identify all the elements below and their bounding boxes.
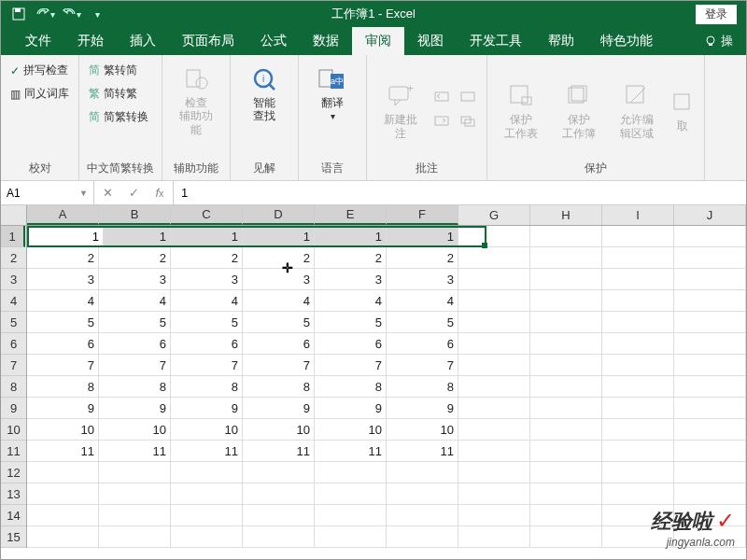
- cell[interactable]: 10: [315, 419, 387, 441]
- cell[interactable]: 3: [387, 269, 458, 290]
- tab-insert[interactable]: 插入: [117, 27, 169, 55]
- cell[interactable]: [530, 526, 602, 548]
- cell[interactable]: 11: [315, 441, 387, 462]
- cell[interactable]: 1: [99, 226, 171, 247]
- cell[interactable]: 7: [27, 355, 99, 376]
- cell-grid[interactable]: 1111112222223333334444445555556666667777…: [27, 226, 746, 560]
- cell[interactable]: 11: [27, 441, 99, 462]
- cell[interactable]: [99, 526, 171, 548]
- cell[interactable]: 11: [243, 441, 315, 462]
- cell[interactable]: [674, 376, 746, 398]
- column-header[interactable]: H: [530, 205, 602, 225]
- cell[interactable]: [602, 376, 674, 398]
- cell[interactable]: 3: [243, 269, 315, 290]
- tab-layout[interactable]: 页面布局: [169, 27, 247, 55]
- cell[interactable]: [674, 333, 746, 355]
- cell[interactable]: [530, 441, 602, 462]
- sc-to-tc-button[interactable]: 繁简转繁: [87, 84, 150, 104]
- column-header[interactable]: I: [602, 205, 674, 225]
- tab-file[interactable]: 文件: [12, 27, 64, 55]
- cell[interactable]: [315, 505, 387, 526]
- save-button[interactable]: [7, 3, 31, 25]
- cell[interactable]: [530, 269, 602, 290]
- cell[interactable]: 2: [27, 247, 99, 269]
- cell[interactable]: 9: [315, 398, 387, 419]
- tab-home[interactable]: 开始: [64, 27, 117, 55]
- cell[interactable]: [458, 333, 530, 355]
- column-header[interactable]: F: [387, 205, 458, 225]
- cell[interactable]: 4: [387, 290, 458, 312]
- cell[interactable]: [530, 462, 602, 483]
- cell[interactable]: [602, 290, 674, 312]
- cell[interactable]: 1: [387, 226, 458, 247]
- cell[interactable]: [530, 355, 602, 376]
- cell[interactable]: 2: [243, 247, 315, 269]
- tc-to-sc-button[interactable]: 简繁转简: [87, 61, 150, 80]
- cell[interactable]: [674, 247, 746, 269]
- cell[interactable]: 8: [315, 376, 387, 398]
- cell[interactable]: [458, 483, 530, 505]
- cell[interactable]: [530, 505, 602, 526]
- cell[interactable]: [674, 483, 746, 505]
- cell[interactable]: [674, 269, 746, 290]
- row-header[interactable]: 7: [1, 355, 26, 376]
- cell[interactable]: [602, 355, 674, 376]
- cell[interactable]: [458, 312, 530, 333]
- cell[interactable]: [530, 483, 602, 505]
- row-header[interactable]: 8: [1, 376, 26, 398]
- cell[interactable]: 2: [99, 247, 171, 269]
- cell[interactable]: [530, 419, 602, 441]
- cell[interactable]: [387, 526, 458, 548]
- cell[interactable]: 6: [243, 333, 315, 355]
- cell[interactable]: [530, 247, 602, 269]
- cell[interactable]: [458, 355, 530, 376]
- column-header[interactable]: C: [171, 205, 243, 225]
- row-header[interactable]: 10: [1, 419, 26, 441]
- cell[interactable]: 8: [27, 376, 99, 398]
- cell[interactable]: [602, 419, 674, 441]
- cell[interactable]: [27, 462, 99, 483]
- cell[interactable]: [602, 226, 674, 247]
- formula-input[interactable]: 1: [174, 181, 746, 204]
- smart-lookup-button[interactable]: i 智能查找: [238, 61, 290, 125]
- cell[interactable]: 6: [99, 333, 171, 355]
- cell[interactable]: [602, 269, 674, 290]
- row-header[interactable]: 1: [1, 226, 25, 247]
- cell[interactable]: [99, 483, 171, 505]
- row-header[interactable]: 15: [1, 526, 26, 548]
- cell[interactable]: 1: [171, 226, 243, 247]
- tab-help[interactable]: 帮助: [535, 27, 587, 55]
- cell[interactable]: [602, 483, 674, 505]
- tab-formula[interactable]: 公式: [247, 27, 300, 55]
- cell[interactable]: [674, 312, 746, 333]
- cell[interactable]: [387, 483, 458, 505]
- cell[interactable]: 9: [27, 398, 99, 419]
- cell[interactable]: 4: [27, 290, 99, 312]
- cell[interactable]: 9: [243, 398, 315, 419]
- row-header[interactable]: 11: [1, 441, 26, 462]
- cell[interactable]: [602, 441, 674, 462]
- cell[interactable]: [458, 247, 530, 269]
- cell[interactable]: [458, 398, 530, 419]
- cell[interactable]: 3: [315, 269, 387, 290]
- cell[interactable]: [674, 419, 746, 441]
- cell[interactable]: [243, 526, 315, 548]
- cell[interactable]: [458, 290, 530, 312]
- cell[interactable]: [27, 526, 99, 548]
- row-header[interactable]: 4: [1, 290, 26, 312]
- cell[interactable]: 5: [387, 312, 458, 333]
- row-header[interactable]: 6: [1, 333, 26, 355]
- row-header[interactable]: 5: [1, 312, 26, 333]
- cell[interactable]: 4: [99, 290, 171, 312]
- cell[interactable]: 5: [99, 312, 171, 333]
- cell[interactable]: 4: [315, 290, 387, 312]
- qat-customize-button[interactable]: ▾: [85, 3, 109, 25]
- cell[interactable]: [458, 419, 530, 441]
- tab-view[interactable]: 视图: [404, 27, 457, 55]
- column-header[interactable]: G: [458, 205, 530, 225]
- cancel-formula-button[interactable]: ✕: [94, 186, 120, 200]
- cell[interactable]: 7: [387, 355, 458, 376]
- cell[interactable]: 3: [99, 269, 171, 290]
- cell[interactable]: 6: [387, 333, 458, 355]
- cell[interactable]: 7: [243, 355, 315, 376]
